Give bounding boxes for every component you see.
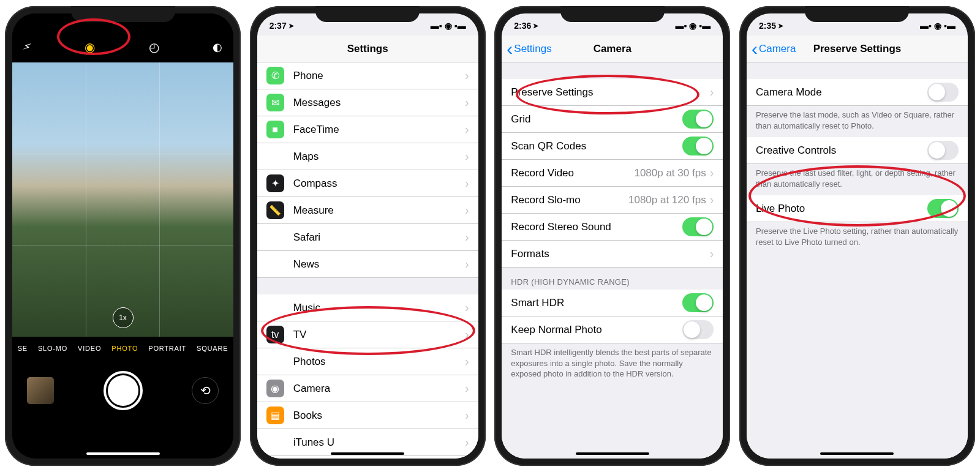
row-label: Camera	[293, 383, 465, 395]
mode-slo-mo[interactable]: SLO-MO	[38, 345, 67, 352]
settings-row-books[interactable]: ▤Books	[257, 402, 478, 429]
safari-icon: ⊕	[266, 228, 284, 246]
switch[interactable]	[682, 217, 714, 236]
switch[interactable]	[682, 293, 714, 312]
navbar: Settings	[257, 36, 478, 62]
settings-row-music[interactable]: ♪Music	[257, 294, 478, 321]
switch[interactable]	[682, 320, 714, 339]
row-label: Scan QR Codes	[511, 140, 682, 152]
row-label: Messages	[293, 97, 465, 109]
row-label: Live Photo	[756, 203, 927, 215]
settings-row-messages[interactable]: ✉Messages	[257, 89, 478, 116]
home-indicator[interactable]	[331, 452, 404, 455]
camera-row-record-stereo-sound[interactable]: Record Stereo Sound	[502, 214, 723, 241]
preserve-row-camera-mode[interactable]: Camera Mode	[747, 79, 968, 106]
last-photo-thumbnail[interactable]	[27, 377, 54, 404]
row-label: FaceTime	[293, 124, 465, 136]
camera-row-formats[interactable]: Formats	[502, 241, 723, 268]
switch[interactable]	[682, 137, 714, 155]
settings-row-safari[interactable]: ⊕Safari	[257, 224, 478, 251]
phone-preserve-settings: 2:35➤ ▬▪◉▪▬ Camera Preserve Settings Cam…	[739, 6, 975, 466]
switch[interactable]	[682, 110, 714, 129]
flash-icon[interactable]: ⚡︎	[21, 39, 34, 54]
back-button[interactable]: Settings	[507, 43, 551, 55]
hdr-row-keep-normal-photo[interactable]: Keep Normal Photo	[502, 317, 723, 343]
timer-icon[interactable]: ◴	[149, 40, 159, 54]
chevron-icon	[710, 193, 714, 207]
flip-camera-button[interactable]: ⟲	[192, 377, 219, 404]
row-label: Preserve Settings	[511, 86, 709, 99]
measure-icon: 📏	[266, 201, 284, 219]
camera-row-scan-qr-codes[interactable]: Scan QR Codes	[502, 133, 723, 160]
switch[interactable]	[927, 199, 959, 218]
settings-row-phone[interactable]: ✆Phone	[257, 62, 478, 89]
settings-row-compass[interactable]: ✦Compass	[257, 170, 478, 197]
home-indicator[interactable]	[820, 452, 894, 455]
row-label: Record Slo-mo	[511, 194, 628, 206]
row-label: Music	[293, 302, 465, 314]
battery-icon: ▪▬	[454, 21, 466, 31]
chevron-icon	[710, 247, 714, 261]
row-footer: Preserve the Live Photo setting, rather …	[747, 222, 968, 253]
settings-row-photos[interactable]: ✿Photos	[257, 348, 478, 375]
chevron-icon	[465, 203, 469, 217]
navbar: Camera Preserve Settings	[747, 36, 968, 62]
camera-row-grid[interactable]: Grid	[502, 106, 723, 133]
row-label: News	[293, 258, 465, 271]
settings-row-camera[interactable]: ◉Camera	[257, 375, 478, 402]
viewfinder[interactable]: 1x	[12, 62, 233, 337]
mode-video[interactable]: VIDEO	[78, 345, 101, 352]
msg-icon: ✉	[266, 94, 284, 111]
switch[interactable]	[927, 83, 959, 102]
row-label: Formats	[511, 248, 709, 260]
settings-row-game-center[interactable]: ◉Game Center	[257, 456, 478, 459]
settings-row-news[interactable]: NNews	[257, 251, 478, 278]
live-photo-icon[interactable]: ◉	[85, 40, 95, 54]
camera-modes[interactable]: SESLO-MOVIDEOPHOTOPORTRAITSQUARE	[12, 337, 233, 360]
zoom-button[interactable]: 1x	[113, 307, 134, 328]
chevron-icon	[465, 257, 469, 271]
settings-list[interactable]: ✆Phone✉Messages■FaceTime⬆Maps✦Compass📏Me…	[257, 62, 478, 459]
settings-row-facetime[interactable]: ■FaceTime	[257, 116, 478, 143]
camera-row-record-video[interactable]: Record Video1080p at 30 fps	[502, 160, 723, 187]
home-indicator[interactable]	[86, 452, 160, 455]
camera-row-record-slo-mo[interactable]: Record Slo-mo1080p at 120 fps	[502, 187, 723, 214]
page-title: Settings	[347, 43, 388, 55]
filters-icon[interactable]: ◐	[213, 40, 222, 54]
hdr-row-smart-hdr[interactable]: Smart HDR	[502, 290, 723, 317]
notch	[805, 6, 909, 22]
chevron-icon	[465, 381, 469, 395]
row-label: Safari	[293, 231, 465, 244]
signal-icon: ▬▪	[675, 21, 687, 31]
mode-photo[interactable]: PHOTO	[111, 345, 138, 352]
row-label: Creative Controls	[756, 144, 927, 157]
mode-square[interactable]: SQUARE	[197, 345, 228, 352]
chevron-icon	[465, 96, 469, 110]
itunes-icon: U	[266, 433, 284, 451]
preserve-row-live-photo[interactable]: Live Photo	[747, 195, 968, 222]
hdr-footer: Smart HDR intelligently blends the best …	[502, 343, 723, 386]
camera-row-preserve-settings[interactable]: Preserve Settings	[502, 79, 723, 106]
switch[interactable]	[927, 141, 959, 160]
phone-camera-settings: 2:36➤ ▬▪◉▪▬ Settings Camera Preserve Set…	[494, 6, 730, 466]
battery-icon: ▪▬	[699, 21, 710, 31]
shutter-button[interactable]	[104, 371, 143, 410]
settings-row-tv[interactable]: tvTV	[257, 321, 478, 348]
preserve-row-creative-controls[interactable]: Creative Controls	[747, 137, 968, 164]
navbar: Settings Camera	[502, 36, 723, 62]
compass-icon: ✦	[266, 174, 284, 192]
back-button[interactable]: Camera	[752, 43, 796, 55]
home-indicator[interactable]	[576, 452, 649, 455]
mode-portrait[interactable]: PORTRAIT	[148, 345, 186, 352]
maps-icon: ⬆	[266, 148, 284, 165]
settings-row-measure[interactable]: 📏Measure	[257, 197, 478, 224]
preserve-settings-list[interactable]: Camera ModePreserve the last mode, such …	[747, 62, 968, 459]
row-value: 1080p at 30 fps	[634, 167, 706, 179]
camera-settings-list[interactable]: Preserve SettingsGridScan QR CodesRecord…	[502, 62, 723, 459]
books-icon: ▤	[266, 406, 284, 424]
settings-row-maps[interactable]: ⬆Maps	[257, 143, 478, 170]
status-time: 2:36	[514, 21, 531, 31]
row-footer: Preserve the last used filter, light, or…	[747, 164, 968, 195]
mode-se[interactable]: SE	[18, 345, 28, 352]
row-value: 1080p at 120 fps	[628, 194, 706, 206]
